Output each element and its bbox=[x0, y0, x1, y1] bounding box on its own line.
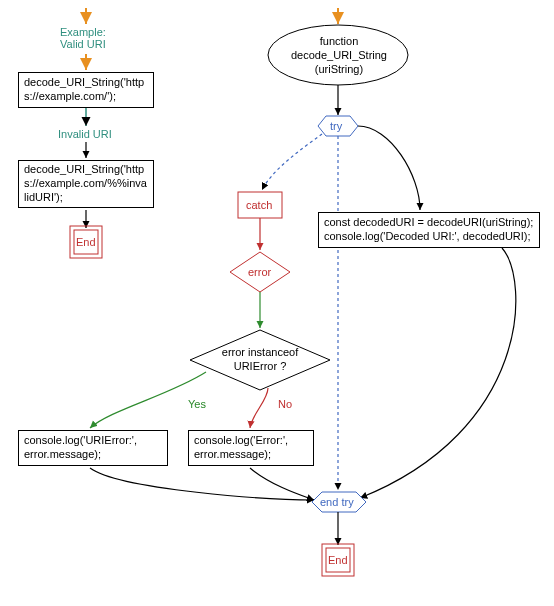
left-end-label: End bbox=[76, 236, 96, 248]
try-label: try bbox=[330, 120, 342, 132]
end-try-label: end try bbox=[320, 496, 354, 508]
log-urierror-text: console.log('URIError:', error.message); bbox=[24, 434, 137, 462]
log-urierror-box: console.log('URIError:', error.message); bbox=[18, 430, 168, 466]
yes-label: Yes bbox=[188, 398, 206, 410]
call-valid-box: decode_URI_String('https://example.com/'… bbox=[18, 72, 154, 108]
call-invalid-box: decode_URI_String('https://example.com/%… bbox=[18, 160, 154, 208]
invalid-uri-label: Invalid URI bbox=[58, 128, 112, 140]
try-body-text: const decodedURI = decodeURI(uriString);… bbox=[324, 216, 533, 244]
log-error-box: console.log('Error:', error.message); bbox=[188, 430, 314, 466]
log-error-text: console.log('Error:', error.message); bbox=[194, 434, 288, 462]
call-invalid-text: decode_URI_String('https://example.com/%… bbox=[24, 163, 148, 204]
example-valid-label: Example: Valid URI bbox=[60, 26, 106, 50]
call-valid-text: decode_URI_String('https://example.com/'… bbox=[24, 76, 148, 104]
function-ellipse-label: function decode_URI_String (uriString) bbox=[280, 36, 398, 76]
condition-label: error instanceof URIError ? bbox=[200, 344, 320, 376]
try-body-box: const decodedURI = decodeURI(uriString);… bbox=[318, 212, 540, 248]
catch-label: catch bbox=[246, 199, 272, 211]
no-label: No bbox=[278, 398, 292, 410]
error-label: error bbox=[248, 266, 271, 278]
main-end-label: End bbox=[328, 554, 348, 566]
